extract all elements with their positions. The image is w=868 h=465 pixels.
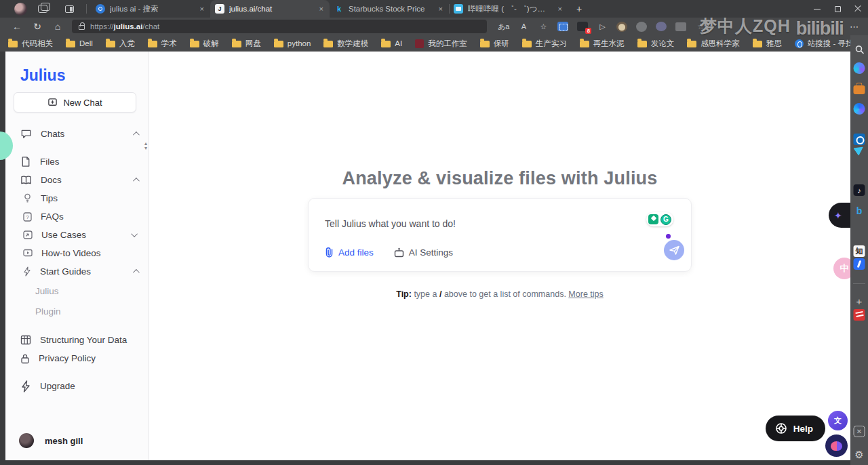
- translate-icon[interactable]: あa: [498, 22, 509, 32]
- browser-profile-avatar[interactable]: [14, 3, 27, 16]
- sidebar-item-upgrade[interactable]: Upgrade: [5, 377, 149, 395]
- bookmark-item[interactable]: 学术: [148, 39, 177, 49]
- bookmark-item[interactable]: 雅思: [753, 39, 782, 49]
- sidebar-item-structuring-data[interactable]: Structuring Your Data: [5, 331, 149, 349]
- extension-icon[interactable]: [636, 22, 647, 32]
- red-app-icon[interactable]: [854, 309, 865, 321]
- sidebar-item-tips[interactable]: Tips: [5, 189, 149, 207]
- back-button[interactable]: ←: [7, 21, 27, 32]
- bookmark-item[interactable]: 数学建模: [323, 39, 368, 49]
- bookmark-item[interactable]: 感恩科学家: [687, 39, 740, 49]
- bookmark-item[interactable]: AI: [381, 39, 402, 47]
- bookmark-item[interactable]: 入党: [106, 39, 135, 49]
- app-close-icon[interactable]: ✕: [854, 426, 865, 437]
- bookmark-item[interactable]: 保研: [480, 39, 509, 49]
- new-tab-button[interactable]: +: [576, 3, 582, 14]
- sidebar-item-how-to-videos[interactable]: How-to Videos: [5, 244, 149, 262]
- folder-icon: [323, 41, 333, 47]
- extension-icon[interactable]: [656, 22, 667, 31]
- favorite-star-icon[interactable]: ☆: [538, 22, 549, 31]
- sidebar-item-chats[interactable]: Chats: [5, 125, 149, 143]
- tab-actions-icon[interactable]: [65, 5, 74, 13]
- workspaces-icon[interactable]: [38, 5, 47, 13]
- extension-icon-badged[interactable]: 8: [577, 22, 588, 31]
- bookmark-item[interactable]: 代码相关: [8, 39, 53, 49]
- ai-assistant-flyout-button[interactable]: ✦: [829, 203, 850, 228]
- bookmark-item[interactable]: 我的工作室: [415, 39, 467, 49]
- bookmark-item[interactable]: 网盘: [232, 39, 261, 49]
- bookmark-label: 入党: [119, 39, 135, 49]
- julius-logo[interactable]: Julius: [20, 66, 149, 85]
- close-icon[interactable]: ×: [557, 5, 564, 13]
- bookmark-label: 数学建模: [337, 39, 368, 49]
- tab-julius-chat[interactable]: J julius.ai/chat ×: [210, 0, 330, 18]
- sidebar-item-docs[interactable]: Docs: [5, 171, 149, 189]
- bookmark-item[interactable]: 生产实习: [522, 39, 567, 49]
- close-icon[interactable]: ×: [437, 5, 444, 13]
- close-icon[interactable]: ×: [318, 5, 325, 13]
- add-sidebar-app-icon[interactable]: +: [854, 296, 865, 307]
- copilot-icon[interactable]: [854, 62, 865, 74]
- sidebar-subitem-julius[interactable]: Julius: [5, 281, 149, 301]
- tampermonkey-icon[interactable]: [616, 22, 627, 32]
- add-files-button[interactable]: Add files: [325, 247, 374, 258]
- sidebar-subitem-plugin[interactable]: Plugin: [5, 301, 149, 321]
- bookmark-item[interactable]: Dell: [66, 39, 93, 47]
- extensions-puzzle-icon[interactable]: [675, 22, 686, 31]
- bookmark-item[interactable]: 发论文: [637, 39, 675, 49]
- bookmark-label: 破解: [203, 39, 219, 49]
- sidebar-item-start-guides[interactable]: Start Guides: [5, 262, 149, 281]
- drop-paper-plane-icon[interactable]: [854, 144, 865, 155]
- grammarly-widget[interactable]: G: [646, 212, 673, 226]
- folder-icon: [8, 41, 18, 47]
- prompt-composer[interactable]: Tell Julius what you want to do! G Add f…: [308, 198, 692, 272]
- blue-app-icon[interactable]: [854, 258, 865, 270]
- zhihu-icon[interactable]: 知: [854, 245, 865, 257]
- sidebar-item-faqs[interactable]: ? FAQs: [5, 207, 149, 226]
- toolbox-icon[interactable]: [854, 85, 865, 94]
- tab-julius-search[interactable]: julius ai - 搜索 ×: [91, 0, 210, 18]
- help-button[interactable]: Help: [766, 416, 825, 441]
- close-window-button[interactable]: [848, 0, 868, 18]
- folder-icon: [66, 41, 75, 47]
- sidebar-item-privacy-policy[interactable]: Privacy Policy: [5, 349, 149, 367]
- more-tips-link[interactable]: More tips: [568, 289, 603, 299]
- tab-starbucks[interactable]: k Starbucks Stock Price ×: [330, 0, 449, 18]
- tiktok-icon[interactable]: ♪: [854, 184, 865, 196]
- sidebar-resize-handle[interactable]: ▴ ▾: [144, 141, 147, 150]
- ai-brain-extension-button[interactable]: [825, 434, 848, 457]
- brain-icon: [831, 441, 842, 451]
- tab-bilibili[interactable]: 哔哩哔哩 ( ゜- ゜)つロ 干杯~-bili ×: [449, 0, 568, 18]
- sidebar-item-label: Use Cases: [41, 230, 124, 240]
- refresh-button[interactable]: ↻: [27, 21, 47, 32]
- capture-icon[interactable]: [557, 22, 568, 31]
- translate-extension-button[interactable]: 文: [828, 411, 848, 430]
- send-button[interactable]: [664, 240, 684, 260]
- ai-settings-button[interactable]: AI Settings: [394, 247, 453, 258]
- read-aloud-icon[interactable]: A: [518, 22, 529, 31]
- sidebar-settings-gear-icon[interactable]: ⚙: [854, 449, 865, 460]
- folder-icon: [106, 41, 115, 47]
- profile-row[interactable]: mesh gill: [5, 433, 149, 448]
- sidebar-item-use-cases[interactable]: Use Cases: [5, 226, 149, 244]
- minimize-button[interactable]: [807, 0, 827, 18]
- favorites-bar-icon[interactable]: ☆: [695, 22, 706, 31]
- close-icon[interactable]: ×: [199, 5, 205, 13]
- chevron-up-icon: [133, 132, 140, 138]
- home-button[interactable]: ⌂: [47, 21, 68, 32]
- bookmark-item[interactable]: python: [274, 39, 311, 47]
- bookmark-item[interactable]: 破解: [190, 39, 219, 49]
- search-favicon: [96, 4, 105, 14]
- maximize-button[interactable]: [827, 0, 848, 18]
- bing-icon[interactable]: b: [854, 205, 865, 216]
- bookmark-label: 生产实习: [536, 39, 567, 49]
- sidebar-search-icon[interactable]: [854, 43, 865, 55]
- url-input[interactable]: https://julius.ai/chat: [72, 20, 487, 33]
- microsoft365-icon[interactable]: [854, 103, 865, 115]
- play-extension-icon[interactable]: ▷: [597, 22, 608, 31]
- site-icon: [795, 39, 804, 48]
- settings-menu-icon[interactable]: ⋯: [850, 22, 861, 32]
- bookmark-item[interactable]: 再生水泥: [580, 39, 625, 49]
- sidebar-item-files[interactable]: Files: [5, 153, 149, 171]
- new-chat-button[interactable]: New Chat: [14, 92, 136, 113]
